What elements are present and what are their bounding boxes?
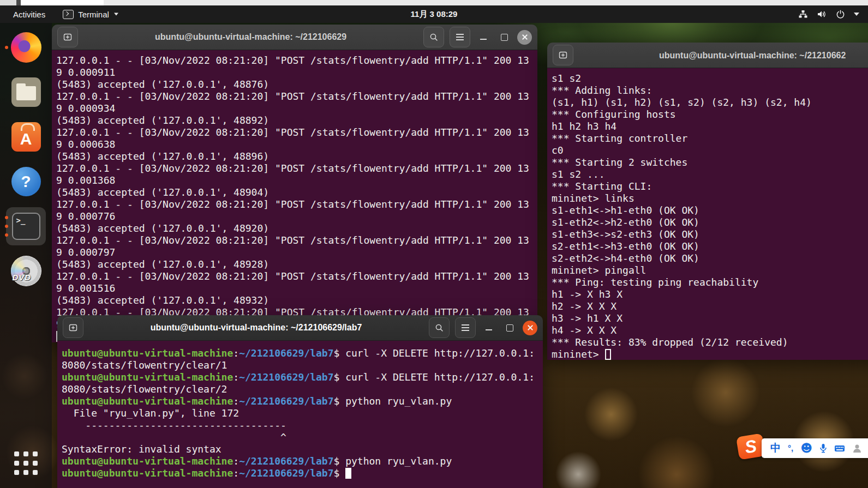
terminal-text: ~/212106629/lab7: [239, 347, 333, 359]
terminal-text: ubuntu@ubuntu-virtual-machine: [62, 467, 233, 479]
dock-item-terminal[interactable]: >_: [0, 204, 52, 249]
terminal-line: mininet>: [552, 348, 868, 360]
search-icon: [429, 33, 438, 41]
terminal-text: *** Starting 2 switches: [552, 156, 687, 168]
terminal-line: *** Configuring hosts: [552, 109, 868, 121]
dvd-label: DVD: [13, 273, 32, 282]
sliver-tab[interactable]: [21, 0, 104, 5]
ime-punctuation-button[interactable]: °,: [788, 438, 793, 458]
maximize-icon: [501, 34, 508, 41]
maximize-button[interactable]: [496, 29, 512, 45]
new-tab-icon: [558, 51, 568, 59]
keyboard-icon[interactable]: [834, 444, 845, 453]
new-tab-button[interactable]: [63, 317, 83, 338]
terminal-output-ryu[interactable]: 127.0.0.1 - - [03/Nov/2022 08:21:20] "PO…: [52, 50, 537, 342]
terminal-text: *** Configuring hosts: [552, 109, 676, 120]
terminal-line: s1 s2: [552, 73, 868, 85]
close-icon: [527, 324, 534, 331]
dock-item-help[interactable]: ?: [0, 159, 52, 204]
terminal-line: h4 -> X X X: [552, 324, 868, 336]
minimize-icon: [480, 39, 487, 40]
terminal-line: (5483) accepted ('127.0.0.1', 48920): [56, 222, 537, 234]
terminal-text: (5483) accepted ('127.0.0.1', 48928): [56, 258, 269, 270]
dock-item-dvd[interactable]: DVD: [0, 249, 52, 293]
terminal-text: :: [233, 467, 239, 479]
volume-icon: [817, 10, 827, 19]
person-icon[interactable]: [852, 443, 862, 453]
dock-item-files[interactable]: [0, 70, 52, 115]
terminal-line: (s1, h1) (s1, h2) (s1, s2) (s2, h3) (s2,…: [552, 97, 868, 109]
window-terminal-ryu: ubuntu@ubuntu-virtual-machine: ~/2121066…: [52, 25, 537, 342]
sliver-divider: [16, 0, 21, 5]
search-button[interactable]: [429, 317, 450, 338]
system-status-area[interactable]: [798, 5, 868, 23]
ubuntu-software-icon: A: [11, 122, 41, 152]
ime-panel: 中 °, ☻: [762, 438, 868, 458]
terminal-line: 9 0.000797: [56, 246, 537, 258]
terminal-line: 9 0.000911: [56, 67, 537, 79]
terminal-output-mininet[interactable]: s1 s2*** Adding links:(s1, h1) (s1, h2) …: [547, 68, 868, 360]
window-title: ubuntu@ubuntu-virtual-machine: ~/2121066…: [89, 323, 423, 333]
terminal-text: h1 h2 h3 h4: [552, 121, 616, 132]
ime-emoji-button[interactable]: ☻: [800, 438, 812, 458]
running-indicator-dot: [5, 233, 8, 237]
cursor-hollow: [605, 349, 611, 360]
new-tab-button[interactable]: [553, 45, 573, 65]
search-button[interactable]: [423, 27, 444, 47]
titlebar-lab7[interactable]: ubuntu@ubuntu-virtual-machine: ~/2121066…: [57, 315, 543, 341]
terminal-text: ~/212106629/lab7: [239, 455, 333, 467]
terminal-text: 9 0.000797: [56, 246, 115, 258]
terminal-line: s2-eth2<->h4-eth0 (OK OK): [552, 252, 868, 264]
dock-item-ubuntu-software[interactable]: A: [0, 115, 52, 159]
terminal-text: *** Ping: testing ping reachability: [552, 276, 758, 288]
minimize-button[interactable]: [476, 29, 491, 45]
new-tab-icon: [63, 33, 73, 41]
search-icon: [435, 323, 444, 332]
terminal-text: ubuntu@ubuntu-virtual-machine: [62, 371, 233, 383]
terminal-line: (5483) accepted ('127.0.0.1', 48892): [56, 115, 537, 126]
terminal-text: mininet>: [552, 348, 605, 360]
terminal-line: s1 s2 ...: [552, 168, 868, 180]
ime-mode-button[interactable]: 中: [770, 438, 781, 458]
terminal-line: SyntaxError: invalid syntax: [62, 443, 543, 455]
terminal-text: 127.0.0.1 - - [03/Nov/2022 08:21:20] "PO…: [56, 270, 529, 282]
terminal-line: s2-eth1<->h3-eth0 (OK OK): [552, 240, 868, 252]
terminal-line: 127.0.0.1 - - [03/Nov/2022 08:21:20] "PO…: [56, 126, 537, 138]
titlebar-ryu[interactable]: ubuntu@ubuntu-virtual-machine: ~/2121066…: [52, 25, 537, 50]
clock[interactable]: 11月 3 08:29: [0, 9, 868, 20]
titlebar-mininet[interactable]: ubuntu@ubuntu-virtual-machine: ~/2121066…: [547, 43, 868, 68]
cursor-solid: [345, 468, 351, 479]
app-menu-terminal[interactable]: Terminal: [55, 5, 127, 23]
terminal-text: $ python ryu_vlan.py: [334, 395, 452, 407]
terminal-text: 8080/stats/flowentry/clear/2: [62, 383, 227, 395]
microphone-icon[interactable]: [819, 443, 827, 453]
terminal-text: $ python ryu_vlan.py: [334, 455, 452, 467]
terminal-text: 9 0.000934: [56, 103, 115, 114]
close-button[interactable]: [517, 30, 532, 45]
sogou-logo[interactable]: S: [736, 433, 765, 460]
maximize-button[interactable]: [502, 320, 517, 335]
hamburger-icon: [456, 34, 464, 40]
terminal-line: s1-eth1<->h1-eth0 (OK OK): [552, 204, 868, 216]
terminal-text: 8080/stats/flowentry/clear/1: [62, 359, 227, 371]
activities-button[interactable]: Activities: [0, 5, 55, 23]
dock-item-app-grid[interactable]: [0, 447, 52, 479]
terminal-text: :: [233, 347, 239, 359]
terminal-text: SyntaxError: invalid syntax: [62, 443, 222, 455]
terminal-output-lab7[interactable]: ubuntu@ubuntu-virtual-machine:~/21210662…: [57, 341, 543, 488]
sliver-cell: [0, 0, 16, 5]
terminal-text: h1 -> X h3 X: [552, 288, 622, 300]
minimize-button[interactable]: [481, 320, 496, 335]
menu-button[interactable]: [450, 27, 470, 47]
terminal-line: 9 0.000638: [56, 138, 537, 150]
new-tab-button[interactable]: [57, 27, 78, 47]
dock-item-firefox[interactable]: [0, 25, 52, 70]
terminal-icon-glyph: >_: [16, 216, 26, 225]
close-button[interactable]: [523, 321, 537, 335]
terminal-line: ^: [62, 431, 543, 443]
menu-button[interactable]: [455, 317, 476, 338]
sogou-logo-letter: S: [744, 436, 758, 457]
window-terminal-lab7: ubuntu@ubuntu-virtual-machine: ~/2121066…: [57, 315, 543, 488]
terminal-text: s1-eth3<->s2-eth3 (OK OK): [552, 228, 699, 240]
terminal-line: (5483) accepted ('127.0.0.1', 48876): [56, 79, 537, 91]
